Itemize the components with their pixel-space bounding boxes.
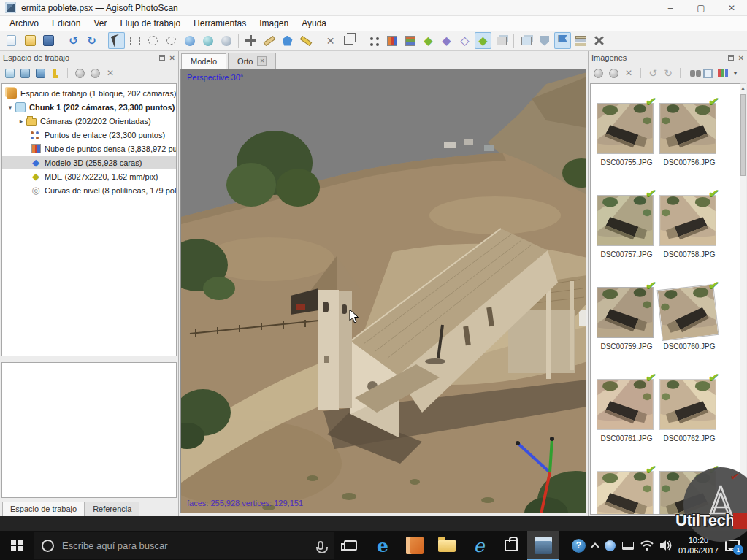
pin-icon[interactable] (159, 55, 165, 61)
model-shaded-icon[interactable]: ◆ (420, 32, 437, 49)
volume-icon[interactable] (660, 540, 672, 551)
menu-ayuda[interactable]: Ayuda (295, 17, 333, 30)
pin-icon[interactable] (728, 55, 734, 61)
photo-cell[interactable]: ✔ DSC00756.JPG (659, 103, 719, 166)
photoscan-taskbar-button[interactable] (527, 531, 559, 560)
tree-item-mde[interactable]: ◆ MDE (3027x2220, 1.62 mm/pix) (2, 169, 176, 183)
draw-polygon-icon[interactable] (279, 32, 296, 49)
photo-cell[interactable]: ✔ (597, 471, 656, 515)
tree-item-model3d[interactable]: ◆ Modelo 3D (255,928 caras) (2, 156, 176, 169)
remove-item-icon[interactable]: ✕ (104, 66, 117, 80)
close-button[interactable]: ✕ (716, 0, 747, 16)
tab-modelo[interactable]: Modelo (181, 53, 226, 69)
photo-cell[interactable]: ✔ DSC00762.JPG (659, 379, 719, 442)
add-photos-icon[interactable] (18, 66, 31, 80)
navigation-icon[interactable] (242, 32, 259, 49)
remove-camera-icon[interactable]: ✕ (622, 66, 635, 80)
rotate-region-icon[interactable] (199, 32, 216, 49)
enable-camera-icon[interactable] (591, 66, 605, 80)
show-dense-cloud-icon[interactable] (383, 32, 400, 49)
tab-referencia[interactable]: Referencia (85, 502, 139, 516)
rotate-object-icon[interactable] (181, 32, 198, 49)
menu-edicion[interactable]: Edición (45, 17, 87, 30)
show-dem-icon[interactable] (572, 32, 589, 49)
show-tiepoints-icon[interactable] (365, 32, 382, 49)
rotate-left-icon[interactable]: ↺ (646, 66, 659, 80)
add-marker-icon[interactable] (34, 66, 47, 80)
explorer-taskbar-button[interactable] (431, 531, 463, 560)
rotate-right-icon[interactable]: ↻ (662, 66, 675, 80)
start-button[interactable] (0, 531, 34, 560)
microphone-icon[interactable] (318, 541, 323, 550)
save-project-icon[interactable] (40, 32, 57, 49)
search-input[interactable] (61, 540, 311, 552)
photo-cell[interactable]: ✔ DSC00760.JPG (659, 287, 719, 350)
tree-item-tiepoints[interactable]: Puntos de enlace (23,300 puntos) (2, 128, 176, 142)
tree-item-chunk[interactable]: ▾ Chunk 1 (202 cámaras, 23,300 puntos) [… (2, 100, 176, 114)
resize-region-icon[interactable] (340, 32, 357, 49)
new-project-icon[interactable] (4, 32, 20, 49)
show-markers-icon[interactable] (554, 32, 571, 49)
disable-camera-icon[interactable] (607, 66, 620, 80)
help-tray-icon[interactable]: ? (572, 539, 586, 553)
edge-taskbar-button[interactable]: e (367, 531, 399, 560)
store-taskbar-button[interactable] (495, 531, 527, 560)
photo-cell[interactable]: ✔ DSC00761.JPG (597, 379, 656, 442)
add-scalebar-icon[interactable] (49, 66, 62, 80)
circle-selection-icon[interactable] (145, 32, 161, 49)
photos-scrollbar[interactable]: ▲ (740, 83, 746, 515)
task-view-button[interactable] (334, 531, 367, 560)
model-solid-icon[interactable]: ◆ (438, 32, 455, 49)
photo-cell[interactable]: ✔ DSC00757.JPG (597, 195, 656, 258)
undo-icon[interactable]: ↺ (65, 32, 82, 49)
delete-icon[interactable]: ✕ (322, 32, 339, 49)
tab-close-icon[interactable]: ✕ (257, 56, 267, 66)
dense-cloud-classes-icon[interactable] (402, 32, 418, 49)
show-photos-icon[interactable] (518, 32, 535, 49)
model-wireframe-icon[interactable]: ◇ (456, 32, 473, 49)
photo-cell[interactable]: ✔ DSC00755.JPG (597, 103, 656, 166)
show-cameras-icon[interactable] (493, 32, 510, 49)
photo-cell[interactable]: ✔ DSC00758.JPG (659, 195, 719, 258)
tab-orto[interactable]: Orto ✕ (228, 53, 276, 69)
tree-item-contours[interactable]: ◎ Curvas de nivel (8 polilíneas, 179 pol… (2, 183, 176, 197)
panel-close-icon[interactable]: ✕ (169, 54, 175, 62)
action-center-icon[interactable]: 1 (725, 540, 740, 551)
model-textured-icon[interactable]: ◆ (475, 32, 491, 49)
scrollbar-thumb[interactable] (740, 94, 746, 176)
menu-herramientas[interactable]: Herramientas (187, 17, 253, 30)
free-form-selection-icon[interactable] (163, 32, 180, 49)
rectangle-selection-icon[interactable] (126, 32, 143, 49)
open-project-icon[interactable] (22, 32, 39, 49)
show-shapes-icon[interactable] (536, 32, 553, 49)
office-taskbar-button[interactable] (399, 531, 431, 560)
draw-polyline-icon[interactable] (297, 32, 314, 49)
model-3d-view[interactable]: Perspective 30° faces: 255,928 vertices:… (180, 69, 586, 513)
tray-expand-icon[interactable] (591, 542, 599, 551)
tree-item-cameras[interactable]: ▸ Cámaras (202/202 Orientadas) (2, 114, 176, 128)
view-dropdown-icon[interactable]: ▾ (732, 66, 739, 80)
tree-item-workspace[interactable]: Espacio de trabajo (1 bloque, 202 cámara… (2, 86, 176, 100)
redo-icon[interactable]: ↻ (83, 32, 100, 49)
rotate-view-icon[interactable] (218, 32, 234, 49)
scroll-up-icon[interactable]: ▲ (740, 84, 746, 93)
minimize-button[interactable]: – (655, 0, 686, 16)
menu-imagen[interactable]: Imagen (253, 17, 295, 30)
touch-keyboard-icon[interactable] (622, 542, 634, 550)
panel-close-icon[interactable]: ✕ (738, 54, 744, 62)
details-view-icon[interactable] (716, 66, 729, 80)
enable-item-icon[interactable] (73, 66, 86, 80)
ie-taskbar-button[interactable]: e (463, 531, 495, 560)
expand-icon[interactable]: ▸ (17, 118, 26, 125)
menu-ver[interactable]: Ver (87, 17, 113, 30)
menu-flujo-de-trabajo[interactable]: Flujo de trabajo (113, 17, 187, 30)
menu-archivo[interactable]: Archivo (3, 17, 45, 30)
tab-espacio-de-trabajo[interactable]: Espacio de trabajo (2, 502, 85, 516)
select-arrow-icon[interactable] (108, 32, 125, 49)
collapse-icon[interactable]: ▾ (6, 104, 15, 111)
taskbar-search[interactable] (34, 532, 334, 559)
photo-cell[interactable]: ✔ DSC00759.JPG (597, 287, 656, 350)
view-photo-icon[interactable] (686, 66, 699, 80)
cortana-tray-icon[interactable] (605, 540, 616, 551)
move-region-icon[interactable] (591, 32, 608, 49)
